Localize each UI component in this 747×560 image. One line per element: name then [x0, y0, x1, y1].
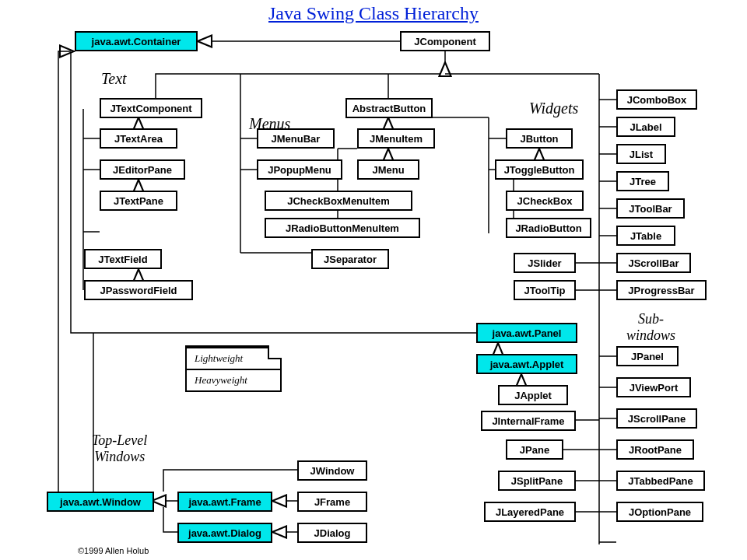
class-awt-frame: java.awt.Frame: [177, 492, 272, 512]
class-jscrollpane: JScrollPane: [616, 408, 697, 429]
class-jlist: JList: [616, 144, 666, 164]
legend-note: Lightweight Heavyweight: [185, 345, 282, 392]
class-jpasswordfield: JPasswordField: [84, 280, 193, 300]
class-jtooltip: JToolTip: [514, 280, 576, 300]
group-widgets: Widgets: [529, 100, 578, 117]
class-jcomponent: JComponent: [400, 31, 490, 51]
class-jscrollbar: JScrollBar: [616, 253, 691, 273]
class-container: java.awt.Container: [75, 31, 198, 51]
group-text: Text: [101, 70, 127, 88]
class-jbutton: JButton: [506, 128, 573, 149]
class-jcombobox: JComboBox: [616, 89, 697, 110]
group-toplevel: Top-Level Windows: [92, 432, 147, 465]
class-jeditorpane: JEditorPane: [100, 159, 185, 180]
class-jtree: JTree: [616, 171, 669, 191]
class-jsplitpane: JSplitPane: [498, 471, 576, 491]
class-awt-applet: java.awt.Applet: [476, 354, 577, 374]
class-jpane: JPane: [506, 439, 563, 460]
class-jrootpane: JRootPane: [616, 439, 694, 460]
class-jmenubar: JMenuBar: [257, 128, 335, 149]
class-jtextcomponent: JTextComponent: [100, 98, 202, 118]
class-jseparator: JSeparator: [311, 249, 389, 269]
group-subwindows: Sub- windows: [626, 311, 675, 344]
class-jprogressbar: JProgressBar: [616, 280, 707, 300]
class-jcheckboxmenuitem: JCheckBoxMenuItem: [265, 191, 412, 211]
class-jinternalframe: JInternalFrame: [481, 411, 576, 431]
class-jcheckbox: JCheckBox: [506, 191, 584, 211]
class-joptionpane: JOptionPane: [616, 502, 703, 522]
class-jtextpane: JTextPane: [100, 191, 177, 211]
class-awt-window: java.awt.Window: [47, 492, 154, 512]
class-awt-panel: java.awt.Panel: [476, 323, 577, 343]
class-jtable: JTable: [616, 226, 675, 246]
class-jwindow: JWindow: [297, 460, 367, 481]
class-awt-dialog: java.awt.Dialog: [177, 523, 272, 543]
class-jdialog: JDialog: [297, 523, 367, 543]
class-jtoolbar: JToolBar: [616, 198, 685, 219]
class-jtextarea: JTextArea: [100, 128, 177, 149]
class-jslider: JSlider: [514, 253, 576, 273]
class-jmenuitem: JMenuItem: [357, 128, 435, 149]
class-jtabbedpane: JTabbedPane: [616, 471, 705, 491]
class-jradiobuttonmenuitem: JRadioButtonMenuItem: [265, 218, 420, 238]
class-jviewport: JViewPort: [616, 377, 691, 397]
class-jradiobutton: JRadioButton: [506, 218, 591, 238]
class-jlayeredpane: JLayeredPane: [484, 502, 576, 522]
class-abstractbutton: AbstractButton: [345, 98, 433, 118]
class-jtextfield: JTextField: [84, 249, 162, 269]
class-japplet: JApplet: [498, 385, 568, 405]
class-jpanel: JPanel: [616, 346, 679, 366]
legend-lightweight: Lightweight: [187, 347, 280, 369]
copyright: ©1999 Allen Holub: [78, 546, 149, 555]
class-jframe: JFrame: [297, 492, 367, 512]
class-jmenu: JMenu: [357, 159, 419, 180]
class-jlabel: JLabel: [616, 117, 675, 137]
class-jpopupmenu: JPopupMenu: [257, 159, 342, 180]
legend-heavyweight: Heavyweight: [187, 369, 280, 390]
class-jtogglebutton: JToggleButton: [495, 159, 584, 180]
note-fold-icon: [268, 345, 282, 359]
